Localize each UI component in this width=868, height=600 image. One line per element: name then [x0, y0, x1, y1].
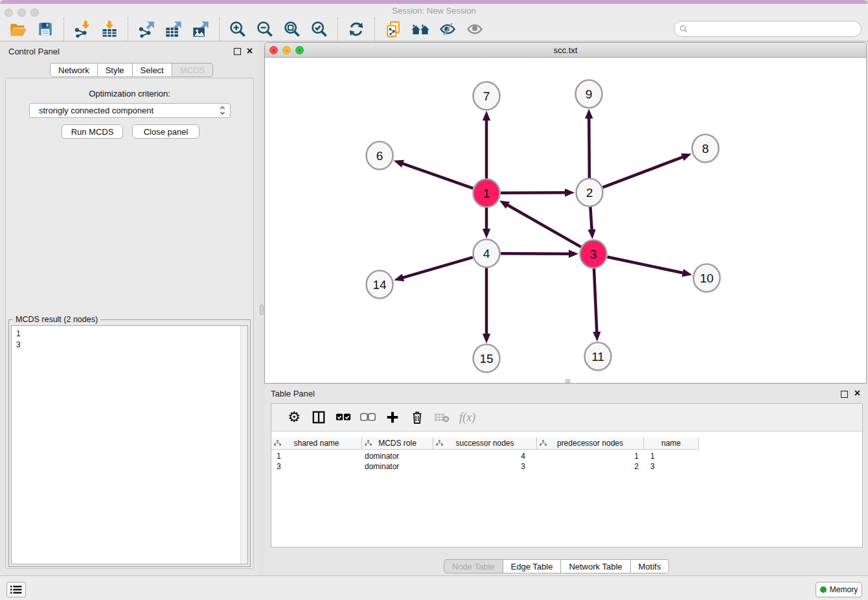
tab-mcds[interactable]: MCDS: [172, 63, 213, 77]
control-panel-tabs: Network Style Select MCDS: [50, 63, 213, 77]
optimization-criterion-label: Optimization criterion:: [6, 89, 253, 98]
result-scrollbar[interactable]: [240, 326, 247, 564]
delete-table-button[interactable]: [433, 409, 450, 426]
table-header-row: shared name MCDS role successor nodes pr…: [271, 437, 699, 450]
result-node-id: 1: [12, 326, 247, 340]
canvas-resize-handle[interactable]: [565, 379, 570, 383]
export-image-button[interactable]: [191, 19, 211, 39]
select-all-columns-button[interactable]: [335, 409, 352, 426]
unselect-all-columns-button[interactable]: [360, 409, 376, 426]
chevron-up-down-icon: [220, 106, 225, 115]
trash-icon: [411, 410, 424, 424]
column-header-mcds-role[interactable]: MCDS role: [362, 437, 433, 450]
panel-splitter[interactable]: [259, 42, 264, 575]
refresh-icon: [347, 20, 365, 38]
graph-edge-1-6[interactable]: [402, 163, 473, 189]
network-canvas[interactable]: 7968124314101511: [265, 58, 866, 383]
tab-network-table[interactable]: Network Table: [561, 559, 630, 573]
graph-edge-arrowhead: [585, 109, 593, 119]
graph-edge-2-8[interactable]: [603, 157, 684, 187]
zoom-fit-button[interactable]: [282, 19, 302, 39]
control-panel-title: Control Panel: [8, 47, 60, 56]
graph-node-label-10: 10: [700, 271, 713, 285]
delete-column-button[interactable]: [409, 409, 426, 426]
export-network-button[interactable]: [137, 19, 156, 39]
table-settings-button[interactable]: ⚙: [286, 409, 303, 426]
eye-icon: [466, 20, 484, 38]
graph-edge-4-3[interactable]: [501, 253, 570, 254]
table-row[interactable]: 1 dominator 4 1 1: [271, 452, 699, 462]
export-table-icon: [165, 20, 183, 38]
mcds-result-box: MCDS result (2 nodes) 1 3: [8, 319, 251, 567]
import-table-button[interactable]: [100, 19, 119, 39]
function-builder-button[interactable]: f(x): [459, 411, 475, 424]
graph-edge-4-14[interactable]: [402, 257, 473, 278]
table-panel-float-button[interactable]: [841, 391, 848, 398]
column-header-predecessor-nodes[interactable]: predecessor nodes: [537, 437, 644, 450]
toolbar-separator: [219, 17, 220, 41]
show-panels-button[interactable]: [6, 582, 26, 597]
graph-edge-2-3[interactable]: [590, 207, 591, 231]
graph-edge-3-10[interactable]: [608, 257, 684, 273]
refresh-layout-button[interactable]: [347, 19, 366, 39]
cell-mcds-role[interactable]: dominator: [362, 452, 433, 462]
graph-edge-2-9[interactable]: [589, 117, 589, 178]
node-table-container: ⚙ f(x) shared name MCDS role successor n…: [271, 403, 863, 548]
tab-select[interactable]: Select: [133, 63, 172, 77]
cell-shared-name[interactable]: 1: [271, 452, 362, 462]
table-row[interactable]: 3 dominator 3 2 3: [271, 462, 699, 472]
application-window: Session: New Session: [0, 0, 868, 600]
tab-edge-table[interactable]: Edge Table: [503, 559, 562, 573]
splitter-grip[interactable]: [260, 305, 264, 315]
save-session-button[interactable]: [36, 19, 55, 39]
graph-edge-3-1[interactable]: [507, 205, 581, 247]
mcds-result-list[interactable]: 1 3: [11, 325, 248, 564]
search-input[interactable]: [691, 24, 856, 34]
cell-predecessor-nodes[interactable]: 1: [537, 452, 644, 462]
export-network-icon: [137, 20, 155, 38]
open-folder-icon: [9, 20, 27, 38]
column-header-shared-name[interactable]: shared name: [271, 437, 362, 450]
optimization-criterion-select[interactable]: strongly connected component: [29, 103, 231, 118]
table-panel-close-button[interactable]: ×: [854, 389, 860, 397]
close-panel-button[interactable]: Close panel: [132, 124, 200, 139]
network-graph[interactable]: 7968124314101511: [265, 58, 866, 383]
zoom-selected-icon: [310, 20, 328, 38]
control-panel-float-button[interactable]: [234, 48, 241, 55]
mcds-result-legend: MCDS result (2 nodes): [13, 315, 100, 324]
tab-node-table[interactable]: Node Table: [444, 559, 503, 573]
export-table-button[interactable]: [164, 19, 183, 39]
cell-successor-nodes[interactable]: 4: [433, 452, 537, 462]
zoom-out-button[interactable]: [255, 19, 275, 39]
table-panel-tabs: Node Table Edge Table Network Table Moti…: [444, 559, 669, 573]
cell-name[interactable]: 1: [644, 452, 699, 462]
cell-shared-name[interactable]: 3: [271, 462, 362, 472]
graph-edge-arrowhead: [394, 160, 404, 168]
search-icon: [680, 25, 687, 33]
column-header-successor-nodes[interactable]: successor nodes: [433, 437, 537, 450]
show-all-button[interactable]: [465, 19, 485, 39]
zoom-in-button[interactable]: [228, 19, 247, 39]
create-column-button[interactable]: [384, 409, 401, 426]
tab-style[interactable]: Style: [98, 63, 133, 77]
import-network-button[interactable]: [73, 19, 92, 39]
graph-edge-3-11[interactable]: [594, 268, 597, 333]
cell-name[interactable]: 3: [644, 462, 699, 472]
tab-motifs[interactable]: Motifs: [631, 559, 670, 573]
run-mcds-button[interactable]: Run MCDS: [62, 124, 123, 139]
memory-button[interactable]: Memory: [816, 582, 862, 597]
duplicate-network-button[interactable]: [383, 19, 403, 39]
open-session-button[interactable]: [8, 19, 28, 39]
show-column-panel-button[interactable]: [310, 409, 327, 426]
graph-edge-arrowhead: [593, 332, 600, 341]
control-panel-close-button[interactable]: ×: [247, 47, 253, 55]
cell-mcds-role[interactable]: dominator: [362, 462, 433, 472]
cell-predecessor-nodes[interactable]: 2: [537, 462, 644, 472]
zoom-selected-button[interactable]: [310, 19, 329, 39]
first-neighbors-button[interactable]: [411, 19, 430, 39]
column-header-name[interactable]: name: [644, 437, 699, 450]
cell-successor-nodes[interactable]: 3: [433, 462, 537, 472]
graph-edge-1-2[interactable]: [501, 192, 566, 193]
tab-network[interactable]: Network: [50, 63, 98, 77]
hide-details-button[interactable]: [438, 19, 457, 39]
